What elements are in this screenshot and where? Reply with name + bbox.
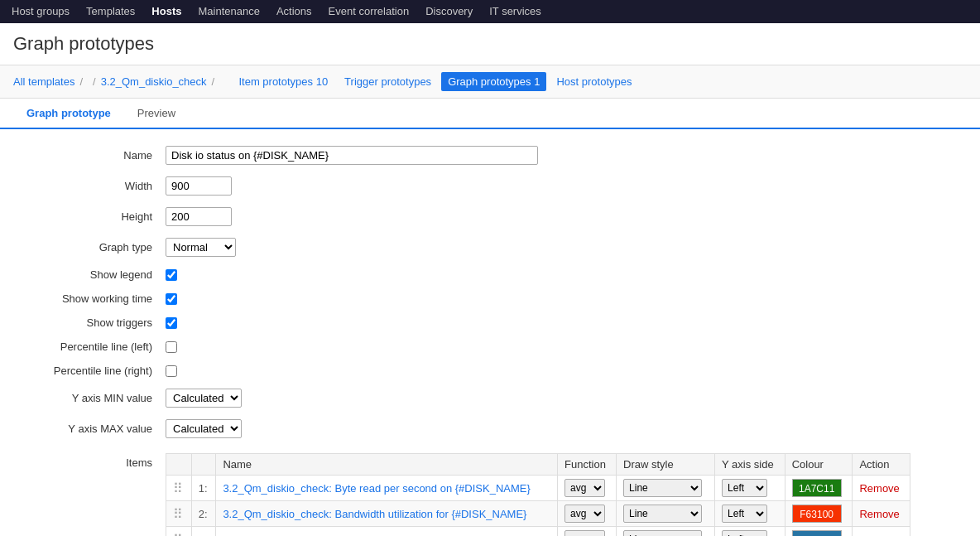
col-num: [191, 454, 216, 476]
row-y-axis-side: LeftRight: [715, 476, 785, 501]
tab-graph-prototype[interactable]: Graph prototype: [13, 99, 124, 129]
form-row-y-max: Y axis MAX value Calculated Fixed Item: [0, 416, 980, 442]
row-y-axis-side: LeftRight: [715, 501, 785, 527]
breadcrumb-tab-item-prototypes[interactable]: Item prototypes 10: [232, 72, 334, 91]
select-graph-type[interactable]: Normal Stacked Pie Exploded: [166, 238, 236, 257]
row-colour[interactable]: 2774A4: [785, 527, 853, 537]
select-draw-style[interactable]: LineBold lineDotDashed lineGradient line: [623, 530, 702, 536]
nav-item-maintenance[interactable]: Maintenance: [190, 0, 267, 23]
label-y-axis-max: Y axis MAX value: [0, 423, 166, 435]
checkbox-show-legend[interactable]: [166, 269, 177, 281]
remove-link[interactable]: Remove: [859, 482, 899, 495]
col-y-axis-header: Y axis side: [715, 454, 785, 476]
select-draw-style[interactable]: LineBold lineDotDashed lineGradient line: [623, 479, 702, 497]
select-y-axis-side[interactable]: LeftRight: [722, 479, 767, 497]
row-action[interactable]: Remove: [853, 501, 910, 527]
col-name-header: Name: [216, 454, 558, 476]
row-action[interactable]: Remove: [853, 527, 910, 537]
col-colour-header: Colour: [785, 454, 853, 476]
form-tabs: Graph prototype Preview: [0, 99, 980, 129]
row-y-axis-side: LeftRight: [715, 527, 785, 537]
form-row-show-triggers: Show triggers: [0, 313, 980, 332]
breadcrumb-tab-graph-prototypes[interactable]: Graph prototypes 1: [441, 72, 546, 91]
row-colour[interactable]: 1A7C11: [785, 476, 853, 501]
select-y-axis-min[interactable]: Calculated Fixed Item: [166, 389, 242, 408]
row-draw-style: LineBold lineDotDashed lineGradient line: [617, 476, 715, 501]
select-function[interactable]: avgminmaxalllast: [564, 505, 605, 523]
select-y-axis-side[interactable]: LeftRight: [722, 505, 767, 523]
color-swatch[interactable]: 1A7C11: [792, 479, 842, 497]
drag-handle[interactable]: ⠿: [166, 476, 192, 501]
row-num: 3:: [191, 527, 216, 537]
row-num: 2:: [191, 501, 216, 527]
row-item-name[interactable]: 3.2_Qm_diskio_check: Bandwidth utilizati…: [216, 501, 558, 527]
nav-item-templates[interactable]: Templates: [78, 0, 143, 23]
checkbox-percentile-left[interactable]: [166, 341, 177, 353]
nav-item-it-services[interactable]: IT services: [481, 0, 550, 23]
tab-preview[interactable]: Preview: [124, 99, 189, 129]
form-row-width: Width: [0, 173, 980, 199]
nav-item-hosts[interactable]: Hosts: [143, 0, 190, 23]
label-items: Items: [0, 453, 166, 469]
nav-item-discovery[interactable]: Discovery: [417, 0, 481, 23]
breadcrumb-tab-trigger-prototypes[interactable]: Trigger prototypes: [338, 72, 438, 91]
col-drag: [166, 454, 192, 476]
color-swatch[interactable]: F63100: [792, 505, 842, 523]
breadcrumb-discovery-list[interactable]: 3.2_Qm_diskio_check: [101, 75, 207, 88]
label-name: Name: [0, 149, 166, 162]
label-percentile-left: Percentile line (left): [0, 340, 166, 353]
form-row-height: Height: [0, 204, 980, 229]
breadcrumb-tab-host-prototypes[interactable]: Host prototypes: [550, 72, 638, 91]
label-width: Width: [0, 180, 166, 192]
table-row: ⠿3:3.2_Qm_diskio_check: Bandwidth utiliz…: [166, 527, 910, 537]
form-row-percentile-left: Percentile line (left): [0, 337, 980, 356]
checkbox-show-triggers[interactable]: [166, 317, 177, 329]
row-item-name[interactable]: 3.2_Qm_diskio_check: Byte read per secon…: [216, 476, 558, 501]
nav-item-actions[interactable]: Actions: [268, 0, 320, 23]
select-function[interactable]: avgminmaxalllast: [564, 479, 605, 497]
nav-item-event-correlation[interactable]: Event correlation: [320, 0, 418, 23]
input-height[interactable]: [166, 207, 232, 226]
row-item-name[interactable]: 3.2_Qm_diskio_check: Bandwidth utilizati…: [216, 527, 558, 537]
select-function[interactable]: avgminmaxalllast: [564, 530, 605, 536]
drag-handle[interactable]: ⠿: [166, 501, 192, 527]
form-row-percentile-right: Percentile line (right): [0, 361, 980, 380]
checkbox-percentile-right[interactable]: [166, 365, 177, 377]
col-draw-style-header: Draw style: [617, 454, 715, 476]
top-nav: Host groups Templates Hosts Maintenance …: [0, 0, 980, 23]
label-show-triggers: Show triggers: [0, 316, 166, 329]
form-row-y-min: Y axis MIN value Calculated Fixed Item: [0, 385, 980, 411]
select-y-axis-side[interactable]: LeftRight: [722, 530, 767, 536]
row-function: avgminmaxalllast: [558, 476, 617, 501]
breadcrumb-all-templates[interactable]: All templates: [13, 75, 74, 88]
label-percentile-right: Percentile line (right): [0, 365, 166, 377]
remove-link[interactable]: Remove: [859, 508, 899, 520]
items-section: Items Name Function Draw style Y axis si…: [0, 447, 980, 536]
row-action[interactable]: Remove: [853, 476, 910, 501]
sep-2: /: [93, 75, 96, 88]
items-table-wrapper: Name Function Draw style Y axis side Col…: [166, 453, 910, 536]
input-name[interactable]: [166, 146, 538, 165]
table-row: ⠿1:3.2_Qm_diskio_check: Byte read per se…: [166, 476, 910, 501]
row-function: avgminmaxalllast: [558, 527, 617, 537]
col-function-header: Function: [558, 454, 617, 476]
input-width[interactable]: [166, 176, 232, 196]
items-table: Name Function Draw style Y axis side Col…: [166, 453, 910, 536]
row-num: 1:: [191, 476, 216, 501]
drag-handle[interactable]: ⠿: [166, 527, 192, 537]
label-y-axis-min: Y axis MIN value: [0, 392, 166, 404]
page-title: Graph prototypes: [0, 23, 980, 65]
row-colour[interactable]: F63100: [785, 501, 853, 527]
table-row: ⠿2:3.2_Qm_diskio_check: Bandwidth utiliz…: [166, 501, 910, 527]
label-graph-type: Graph type: [0, 241, 166, 254]
select-y-axis-max[interactable]: Calculated Fixed Item: [166, 419, 242, 438]
checkbox-show-working-time[interactable]: [166, 293, 177, 305]
label-show-working-time: Show working time: [0, 292, 166, 305]
nav-item-host-groups[interactable]: Host groups: [3, 0, 78, 23]
form-area: Name Width Height Graph type Normal Stac…: [0, 129, 980, 536]
color-swatch[interactable]: 2774A4: [792, 530, 842, 536]
remove-link[interactable]: Remove: [859, 534, 899, 537]
col-action-header: Action: [853, 454, 910, 476]
label-show-legend: Show legend: [0, 268, 166, 281]
select-draw-style[interactable]: LineBold lineDotDashed lineGradient line: [623, 505, 702, 523]
